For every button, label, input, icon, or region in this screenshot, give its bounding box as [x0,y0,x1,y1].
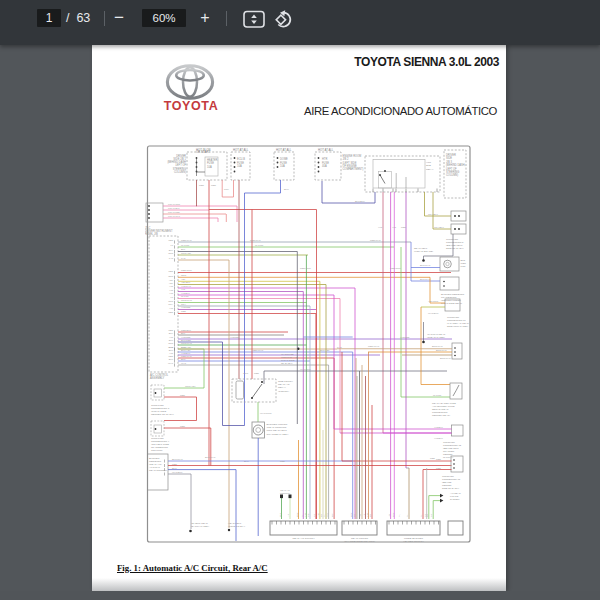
svg-text:VIO/RED: VIO/RED [181,336,191,338]
svg-text:GRY: GRY [168,303,173,305]
svg-text:RED/WHT: RED/WHT [370,239,381,241]
svg-text:RED: RED [436,467,441,469]
svg-text:A/T REAR: A/T REAR [450,492,461,494]
svg-text:VIO: VIO [169,336,173,338]
svg-text:J/B 3: J/B 3 [446,160,452,164]
svg-text:FUSE: FUSE [322,161,329,165]
svg-text:VIO/BLK: VIO/BLK [434,437,443,439]
svg-text:TAN: TAN [169,346,174,348]
svg-text:BLK: BLK [181,248,186,250]
svg-text:BLU: BLU [244,460,249,463]
svg-text:BLU: BLU [172,467,177,470]
svg-text:COLUMN): COLUMN) [151,449,163,452]
svg-text:BLU/WHT: BLU/WHT [420,264,431,266]
svg-text:PNK W/GRN: PNK W/GRN [168,203,181,205]
svg-text:RED/WHT: RED/WHT [250,239,261,241]
svg-text:PANEL J/B: PANEL J/B [145,232,158,236]
svg-text:COLUMN): COLUMN) [446,173,458,177]
svg-text:OR START: OR START [196,150,210,154]
svg-text:R-L: R-L [406,513,408,517]
svg-text:RED/WHT: RED/WHT [181,239,192,241]
svg-text:TAN: TAN [181,346,186,348]
svg-text:GRN/YEL: GRN/YEL [185,385,196,388]
svg-text:BLU: BLU [169,349,174,351]
svg-text:JUNCTION: JUNCTION [442,475,454,477]
svg-text:VIO: VIO [169,352,173,354]
svg-text:GRN: GRN [168,342,173,344]
svg-text:HTR: HTR [426,161,431,164]
svg-text:SYSTEM: SYSTEM [450,498,460,500]
svg-text:LG: LG [359,514,361,517]
svg-text:LG: LG [388,514,390,517]
svg-text:ECU-B: ECU-B [237,157,245,161]
svg-text:10A: 10A [280,164,285,168]
svg-text:WHT: WHT [168,362,174,364]
svg-text:WHT/GRN: WHT/GRN [260,412,272,415]
svg-text:(EARTH PANEL): (EARTH PANEL) [191,525,209,528]
svg-text:G-Y: G-Y [331,513,333,517]
svg-text:(COUNT.): (COUNT.) [278,390,289,393]
svg-text:(COLD TO 20A): (COLD TO 20A) [228,525,245,528]
svg-text:VIO/BLK: VIO/BLK [434,426,443,428]
svg-text:BLK: BLK [169,332,174,334]
svg-text:WHT/BLU: WHT/BLU [428,312,439,314]
svg-text:Y-G: Y-G [307,513,309,517]
svg-text:GRN: GRN [243,372,248,374]
svg-text:RED: RED [436,458,441,460]
svg-text:LEFT OF: LEFT OF [446,167,457,171]
svg-text:G-W: G-W [350,513,352,517]
svg-text:LT: LT [171,244,174,246]
svg-text:VIO: VIO [169,292,173,294]
svg-text:BLU: BLU [284,188,289,191]
svg-text:CONNECTOR 13: CONNECTOR 13 [442,478,461,480]
svg-text:GR: GR [426,513,428,517]
svg-text:VIO/RED: VIO/RED [230,336,240,338]
svg-text:HEATER: HEATER [207,158,217,162]
svg-text:BRN/WHT: BRN/WHT [440,357,451,359]
svg-text:CONNECTOR 12: CONNECTOR 12 [443,444,462,446]
svg-text:REAR A/C SWITCH: REAR A/C SWITCH [292,537,314,540]
svg-text:VIO/RED: VIO/RED [181,306,191,308]
svg-text:VIO/WHT: VIO/WHT [181,285,191,287]
svg-text:MTR: MTR [461,265,466,267]
svg-text:CENTER OF DASH): CENTER OF DASH) [151,413,174,416]
svg-text:L-R: L-R [363,513,365,517]
svg-text:RED: RED [168,270,173,272]
svg-text:BLU/WHT: BLU/WHT [420,278,431,280]
svg-text:BLU/WHT: BLU/WHT [205,456,216,458]
svg-text:RED/BLU: RED/BLU [181,329,191,331]
svg-text:RED/WHT: RED/WHT [252,349,264,352]
svg-text:10A: 10A [207,165,212,169]
svg-text:HEATER SWITCH: HEATER SWITCH [403,540,424,543]
svg-text:COMPARTMENT): COMPARTMENT) [343,167,364,171]
svg-text:YEL: YEL [169,282,174,284]
svg-text:QUARTER: QUARTER [443,450,455,452]
svg-text:R-L: R-L [420,513,422,517]
svg-text:ORN: ORN [181,274,186,276]
svg-text:HOT AT ALL: HOT AT ALL [233,148,249,152]
svg-text:BLK: BLK [181,332,186,334]
svg-text:YEL/BLK: YEL/BLK [181,281,191,283]
svg-text:SIDE TRIM PANEL): SIDE TRIM PANEL) [447,325,468,328]
svg-text:OF DASH): OF DASH) [281,362,293,365]
svg-text:VIO: VIO [169,289,173,291]
svg-text:PNK W/RED: PNK W/RED [168,211,180,213]
svg-text:GRN/WHT: GRN/WHT [181,342,193,344]
svg-text:DOME: DOME [280,157,288,161]
svg-text:RED: RED [168,355,173,357]
svg-text:GRN: GRN [168,300,173,302]
svg-text:SUB: SUB [426,164,431,167]
svg-text:PNK W/BLU: PNK W/BLU [168,207,180,209]
svg-text:WHT: WHT [181,362,187,364]
svg-text:(BEHIND: (BEHIND [442,481,452,483]
svg-text:CENTER REAR): CENTER REAR) [432,414,450,417]
svg-text:BLU/RED: BLU/RED [181,339,191,341]
svg-text:JUNCTION: JUNCTION [443,441,455,443]
svg-text:RED: RED [430,457,435,459]
svg-text:R-L: R-L [301,513,303,517]
svg-text:YEL: YEL [169,279,174,281]
svg-text:SIDE: SIDE [446,156,452,160]
svg-text:YEL/GRN: YEL/GRN [428,300,438,302]
svg-text:PNK W/WHT: PNK W/WHT [168,215,181,217]
svg-text:CENTER: CENTER [443,453,453,455]
